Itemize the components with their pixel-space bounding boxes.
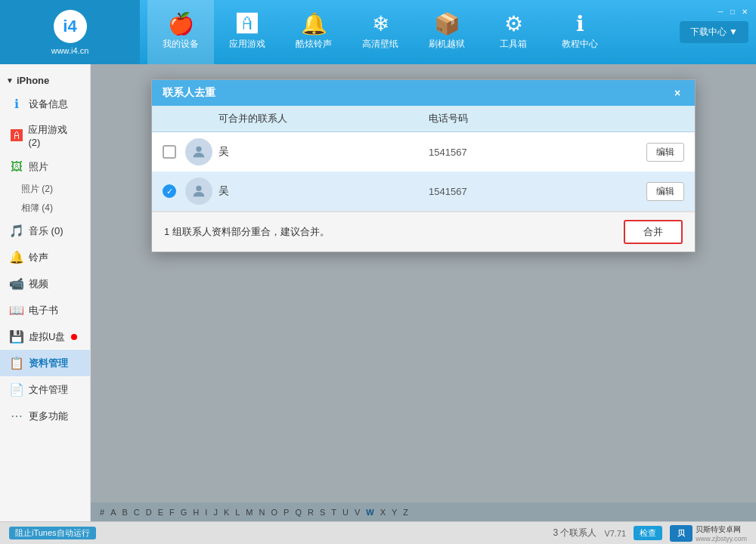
sidebar-item-music[interactable]: 🎵 音乐 (0) xyxy=(0,218,90,244)
svg-point-0 xyxy=(196,147,201,152)
check-icon-2[interactable]: ✓ xyxy=(163,184,176,198)
contact-2-check[interactable]: ✓ xyxy=(163,184,185,198)
svg-point-1 xyxy=(196,186,201,191)
info-circle-icon: ℹ xyxy=(9,97,24,111)
sidebar: ▼ iPhone ℹ 设备信息 🅰 应用游戏 (2) 🖼 照片 照片 (2) 相… xyxy=(0,64,91,521)
sidebar-label-apps: 应用游戏 (2) xyxy=(28,123,81,148)
modal-title: 联系人去重 xyxy=(163,86,215,100)
modal-table-header: 可合并的联系人 电话号码 xyxy=(152,106,695,132)
snowflake-icon: ❄ xyxy=(372,14,389,35)
apple-icon: 🍎 xyxy=(168,14,194,35)
video-icon: 📹 xyxy=(9,277,24,291)
sidebar-item-video[interactable]: 📹 视频 xyxy=(0,270,90,297)
window-controls: ─ □ ✕ xyxy=(715,6,750,17)
more-icon: ⋯ xyxy=(9,409,24,423)
sidebar-item-virtual-udisk[interactable]: 💾 虚拟U盘 xyxy=(0,323,90,350)
sidebar-sub-photos[interactable]: 照片 (2) xyxy=(0,180,90,199)
footer-info-text: 1 组联系人资料部分重合，建议合并。 xyxy=(164,225,330,239)
nav-label-wallpapers: 高清壁纸 xyxy=(362,38,398,51)
gear-icon: ⚙ xyxy=(504,14,523,35)
content-area: # A B C D E F G H I J K L M N O P Q R S … xyxy=(91,64,756,521)
modal-footer: 1 组联系人资料部分重合，建议合并。 合并 xyxy=(152,212,695,252)
sidebar-item-data-mgmt[interactable]: 📋 资料管理 xyxy=(0,350,90,376)
header-avatar-spacer xyxy=(185,112,212,125)
ebook-icon: 📖 xyxy=(9,303,24,317)
nav-items: 🍎 我的设备 🅰 应用游戏 🔔 酷炫铃声 ❄ 高清壁纸 📦 刷机越狱 ⚙ 工具箱… xyxy=(140,0,680,64)
logo-area: i4 www.i4.cn xyxy=(0,0,140,64)
sidebar-iphone-label: ▼ iPhone xyxy=(0,70,90,91)
sidebar-label-virtual-udisk: 虚拟U盘 xyxy=(29,330,65,344)
nav-label-my-device: 我的设备 xyxy=(163,38,199,51)
data-mgmt-icon: 📋 xyxy=(9,356,24,370)
download-center-button[interactable]: 下载中心 ▼ xyxy=(680,21,748,43)
sidebar-label-more-features: 更多功能 xyxy=(29,410,68,423)
nav-label-apps: 应用游戏 xyxy=(229,38,265,51)
apps-circle-icon: 🅰 xyxy=(9,129,23,143)
nav-item-ringtones[interactable]: 🔔 酷炫铃声 xyxy=(280,0,347,64)
sidebar-sub-albums[interactable]: 相簿 (4) xyxy=(0,199,90,218)
sidebar-item-file-mgmt[interactable]: 📄 文件管理 xyxy=(0,376,90,403)
maximize-button[interactable]: □ xyxy=(727,6,738,17)
sidebar-label-photos: 照片 xyxy=(29,160,48,174)
contact-2-avatar xyxy=(185,178,212,205)
contact-count: 3 个联系人 xyxy=(553,527,596,539)
logo-url: www.i4.cn xyxy=(51,46,89,55)
sidebar-item-device-info[interactable]: ℹ 设备信息 xyxy=(0,91,90,117)
nav-item-my-device[interactable]: 🍎 我的设备 xyxy=(147,0,214,64)
version-label: V7.71 xyxy=(604,529,626,538)
sidebar-label-data-mgmt: 资料管理 xyxy=(29,357,68,370)
sidebar-sub-label-photos: 照片 (2) xyxy=(21,184,53,194)
udisk-icon: 💾 xyxy=(9,329,24,344)
sidebar-label-video: 视频 xyxy=(29,277,48,291)
bottom-logo-icon: 贝 xyxy=(670,525,692,542)
contact-2-edit-button[interactable]: 编辑 xyxy=(646,182,684,201)
nav-item-toolbox[interactable]: ⚙ 工具箱 xyxy=(480,0,547,64)
close-button[interactable]: ✕ xyxy=(739,6,750,17)
nav-item-jailbreak[interactable]: 📦 刷机越狱 xyxy=(414,0,480,64)
modal-close-button[interactable]: × xyxy=(671,86,684,100)
nav-label-ringtones: 酷炫铃声 xyxy=(296,38,332,51)
status-left: 阻止iTunes自动运行 xyxy=(9,527,541,539)
bottom-site-name: 贝斯特安卓网 xyxy=(696,524,747,535)
file-mgmt-icon: 📄 xyxy=(9,382,24,397)
nav-label-tutorials: 教程中心 xyxy=(562,38,598,51)
contact-2-name: 吴 xyxy=(218,184,429,198)
contact-1-phone: 1541567 xyxy=(429,147,639,158)
check-update-button[interactable]: 检查 xyxy=(634,526,662,540)
sidebar-item-more-features[interactable]: ⋯ 更多功能 xyxy=(0,403,90,429)
logo-icon: i4 xyxy=(63,17,76,36)
itunes-alert-button[interactable]: 阻止iTunes自动运行 xyxy=(9,527,96,539)
contact-1-check[interactable] xyxy=(163,145,185,159)
badge-dot xyxy=(71,334,77,340)
contact-1-edit-button[interactable]: 编辑 xyxy=(646,143,684,162)
device-label: iPhone xyxy=(17,75,49,86)
bottom-site-info: 贝斯特安卓网 www.zjbstyy.com xyxy=(696,524,747,542)
nav-item-apps[interactable]: 🅰 应用游戏 xyxy=(214,0,280,64)
apps-icon: 🅰 xyxy=(237,14,258,35)
download-label: 下载中心 ▼ xyxy=(690,26,738,39)
ringtone-icon: 🔔 xyxy=(9,250,24,264)
contact-row-2: ✓ 吴 1541567 编辑 xyxy=(152,172,695,211)
contact-1-avatar xyxy=(185,138,212,165)
status-bar: 阻止iTunes自动运行 3 个联系人 V7.71 检查 贝 贝斯特安卓网 ww… xyxy=(0,521,756,544)
nav-label-jailbreak: 刷机越狱 xyxy=(429,38,465,51)
nav-item-wallpapers[interactable]: ❄ 高清壁纸 xyxy=(347,0,414,64)
minimize-button[interactable]: ─ xyxy=(715,6,726,17)
merge-button[interactable]: 合并 xyxy=(624,220,683,244)
uncheck-icon-1[interactable] xyxy=(163,145,176,159)
contact-row-1: 吴 1541567 编辑 xyxy=(152,132,695,172)
header-right: 下载中心 ▼ xyxy=(680,21,756,43)
sidebar-item-ebook[interactable]: 📖 电子书 xyxy=(0,297,90,323)
sidebar-sub-label-albums: 相簿 (4) xyxy=(21,202,53,213)
app-header: i4 www.i4.cn 🍎 我的设备 🅰 应用游戏 🔔 酷炫铃声 ❄ 高清壁纸… xyxy=(0,0,756,64)
sidebar-item-ringtone[interactable]: 🔔 铃声 xyxy=(0,244,90,270)
sidebar-label-ringtone: 铃声 xyxy=(29,251,48,264)
triangle-icon: ▼ xyxy=(6,76,14,85)
header-name-col: 可合并的联系人 xyxy=(218,112,429,125)
sidebar-item-apps[interactable]: 🅰 应用游戏 (2) xyxy=(0,117,90,154)
nav-label-toolbox: 工具箱 xyxy=(500,38,527,51)
sidebar-label-file-mgmt: 文件管理 xyxy=(29,383,68,397)
logo-circle: i4 xyxy=(54,10,87,43)
sidebar-item-photos[interactable]: 🖼 照片 xyxy=(0,154,90,180)
nav-item-tutorials[interactable]: ℹ 教程中心 xyxy=(547,0,613,64)
